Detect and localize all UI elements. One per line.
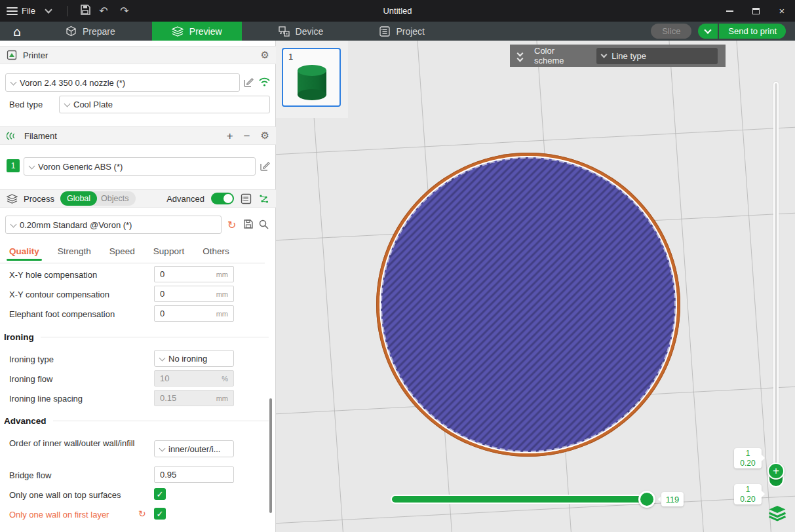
file-menu-chevron-icon[interactable] bbox=[45, 6, 52, 13]
search-preset-icon[interactable] bbox=[258, 219, 270, 231]
color-scheme-label: Color scheme bbox=[534, 46, 583, 66]
ironing-section-title: Ironing bbox=[4, 332, 34, 342]
save-button[interactable] bbox=[79, 4, 91, 18]
filament-preset-dropdown[interactable]: Voron Generic ABS (*) bbox=[24, 157, 256, 176]
elephant-foot-compensation-input[interactable]: mm bbox=[154, 305, 234, 322]
bridge-flow-input[interactable] bbox=[154, 466, 234, 483]
edit-filament-icon[interactable] bbox=[260, 161, 271, 172]
hamburger-menu-icon[interactable] bbox=[7, 7, 18, 15]
remove-filament-button[interactable]: − bbox=[244, 130, 250, 142]
close-button[interactable]: × bbox=[769, 0, 795, 22]
plate-number: 1 bbox=[288, 52, 293, 62]
layers-icon bbox=[172, 26, 184, 37]
advanced-section-title: Advanced bbox=[4, 416, 47, 426]
wall-order-dropdown[interactable]: inner/outer/i... bbox=[154, 440, 234, 457]
process-icon bbox=[7, 194, 18, 204]
layer-tooltip-bottom: 1 0.20 bbox=[734, 484, 762, 504]
tab-speed[interactable]: Speed bbox=[100, 244, 144, 256]
slice-button[interactable]: Slice bbox=[651, 24, 691, 39]
tab-device[interactable]: Device bbox=[259, 22, 343, 41]
send-to-print-button[interactable]: Send to print bbox=[719, 24, 786, 39]
only-one-wall-first-layer-checkbox[interactable]: ✓ bbox=[154, 508, 166, 520]
filament-section-header: Filament + − ⚙ bbox=[0, 126, 276, 145]
ironing-section-band: Ironing bbox=[4, 332, 269, 342]
undo-button[interactable]: ↶ bbox=[95, 5, 112, 17]
setting-label: Ironing line spacing bbox=[9, 394, 83, 404]
ironing-line-spacing-input: mm bbox=[154, 390, 234, 406]
scope-objects[interactable]: Objects bbox=[97, 194, 128, 203]
setting-label: Bridge flow bbox=[9, 470, 51, 480]
project-icon bbox=[379, 26, 390, 37]
setting-label: X-Y contour compensation bbox=[9, 290, 109, 299]
send-options-button[interactable] bbox=[698, 24, 718, 39]
save-preset-icon[interactable] bbox=[243, 219, 255, 231]
bed-type-label: Bed type bbox=[9, 100, 43, 109]
filament-icon bbox=[7, 131, 18, 141]
plate-thumbnail[interactable]: 1 bbox=[282, 48, 341, 107]
parameter-tree-icon[interactable] bbox=[258, 193, 269, 204]
bed-type-dropdown[interactable]: Cool Plate bbox=[59, 96, 270, 113]
process-preset-dropdown[interactable]: 0.20mm Standard @Voron (*) bbox=[5, 216, 222, 234]
titlebar-divider bbox=[67, 6, 68, 16]
setting-label: Ironing type bbox=[9, 354, 54, 364]
redo-button[interactable]: ↷ bbox=[116, 5, 133, 17]
process-section-header: Process Global Objects Advanced bbox=[0, 189, 276, 208]
setting-label: Order of inner wall/outer wall/infill bbox=[9, 438, 140, 450]
tab-preview[interactable]: Preview bbox=[152, 22, 242, 41]
add-filament-button[interactable]: + bbox=[227, 130, 233, 142]
tab-project[interactable]: Project bbox=[360, 22, 444, 41]
file-menu[interactable]: File bbox=[22, 6, 35, 16]
filament-slot-badge[interactable]: 1 bbox=[7, 159, 20, 172]
edit-printer-icon[interactable] bbox=[243, 77, 255, 88]
layer-slider-track[interactable] bbox=[773, 82, 779, 484]
setting-label: Ironing flow bbox=[9, 374, 52, 384]
home-button[interactable]: ⌂ bbox=[0, 22, 34, 41]
advanced-section-band: Advanced bbox=[4, 416, 269, 426]
advanced-toggle[interactable] bbox=[211, 193, 234, 204]
filament-settings-gear-icon[interactable]: ⚙ bbox=[261, 130, 269, 142]
sliced-layer-outer-wall bbox=[376, 153, 680, 457]
only-one-wall-top-checkbox[interactable]: ✓ bbox=[154, 488, 166, 500]
advanced-toggle-label: Advanced bbox=[166, 194, 204, 204]
process-scope-toggle[interactable]: Global Objects bbox=[60, 191, 136, 206]
legend-bar: Color scheme Line type bbox=[510, 45, 726, 67]
parameter-list-icon[interactable] bbox=[241, 193, 252, 204]
grid-line bbox=[276, 126, 795, 155]
minimize-button[interactable] bbox=[716, 0, 743, 22]
maximize-button[interactable] bbox=[743, 0, 769, 22]
process-tabs: Quality Strength Speed Support Others bbox=[0, 244, 265, 263]
layer-view-button[interactable] bbox=[768, 504, 786, 523]
tab-support[interactable]: Support bbox=[144, 244, 193, 256]
scope-global[interactable]: Global bbox=[60, 191, 97, 206]
setting-label: X-Y hole compensation bbox=[9, 270, 97, 280]
printer-settings-gear-icon[interactable]: ⚙ bbox=[261, 49, 269, 61]
titlebar: File ↶ ↷ Untitled × bbox=[0, 0, 795, 22]
main-tabbar: ⌂ Prepare Preview Device Project Slice S… bbox=[0, 22, 795, 41]
setting-label-modified: Only one wall on first layer bbox=[9, 510, 109, 520]
layer-slider-handle-top[interactable]: + bbox=[767, 463, 785, 480]
move-slider-value: 119 bbox=[661, 492, 684, 506]
preview-viewport[interactable]: 1 Color scheme Line type 119 1 0.20 1 0. bbox=[276, 41, 795, 532]
collapse-legend-icon[interactable] bbox=[518, 51, 522, 61]
printer-preset-dropdown[interactable]: Voron 2.4 350 0.4 nozzle (*) bbox=[5, 73, 240, 92]
move-slider-handle[interactable] bbox=[638, 491, 655, 508]
tab-strength[interactable]: Strength bbox=[48, 244, 100, 256]
setting-label: Only one wall on top surfaces bbox=[9, 490, 121, 500]
xy-hole-compensation-input[interactable]: mm bbox=[154, 266, 234, 282]
move-slider-track[interactable] bbox=[392, 496, 650, 503]
tab-others[interactable]: Others bbox=[193, 244, 239, 256]
xy-contour-compensation-input[interactable]: mm bbox=[154, 286, 234, 302]
tab-prepare[interactable]: Prepare bbox=[46, 22, 135, 41]
layer-tooltip-top: 1 0.20 bbox=[734, 448, 762, 468]
reset-setting-icon[interactable]: ↻ bbox=[138, 508, 146, 519]
process-section-title: Process bbox=[24, 194, 54, 204]
ironing-type-dropdown[interactable]: No ironing bbox=[154, 350, 234, 367]
panel-scrollbar[interactable] bbox=[269, 398, 272, 513]
line-type-dropdown[interactable]: Line type bbox=[596, 48, 718, 64]
infill-gap-notches bbox=[379, 156, 677, 453]
printer-connection-wifi-icon[interactable] bbox=[258, 77, 270, 88]
tab-quality[interactable]: Quality bbox=[0, 244, 48, 256]
app-window: File ↶ ↷ Untitled × ⌂ Prepare Preview bbox=[0, 0, 795, 532]
reset-preset-icon[interactable]: ↻ bbox=[227, 219, 236, 231]
ironing-flow-input: % bbox=[154, 370, 234, 387]
